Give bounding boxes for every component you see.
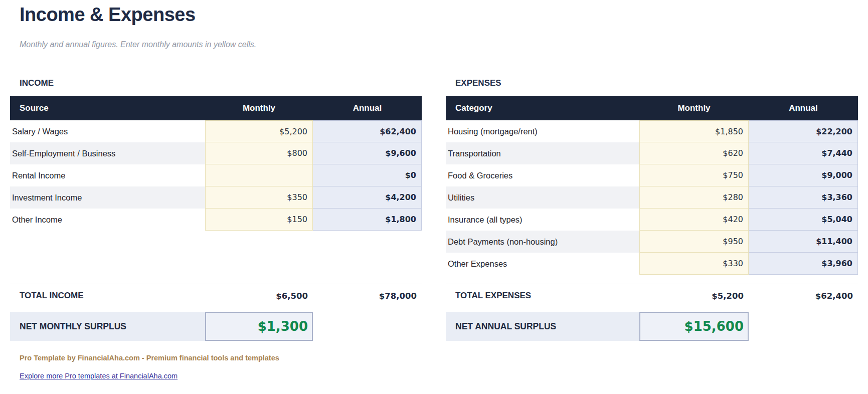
income-table-header: Source Monthly Annual [10,96,422,120]
monthly-amount-cell[interactable]: $800 [205,142,313,164]
monthly-amount-cell[interactable]: $5,200 [205,120,313,142]
expenses-table-body: Housing (mortgage/rent)$1,850$22,200Tran… [446,120,858,275]
row-label: Other Expenses [446,253,639,275]
row-label: Self-Employment / Business [10,142,205,164]
income-total-annual: $78,000 [313,291,422,301]
monthly-amount-cell[interactable]: $330 [639,253,749,275]
income-table-body: Salary / Wages$5,200$62,400Self-Employme… [10,120,422,231]
table-row: Food & Groceries$750$9,000 [446,164,858,186]
net-annual-surplus-value: $15,600 [639,312,749,341]
expenses-section-label: EXPENSES [446,78,858,88]
monthly-amount-cell[interactable]: $350 [205,186,313,209]
annual-amount-cell: $0 [313,164,422,186]
annual-amount-cell: $3,360 [749,186,858,209]
expenses-total-monthly: $5,200 [639,291,749,301]
expenses-total-label: TOTAL EXPENSES [446,291,639,301]
net-annual-surplus-label: NET ANNUAL SURPLUS [446,312,639,341]
table-row: Self-Employment / Business$800$9,600 [10,142,422,164]
expenses-header-category: Category [446,103,639,113]
annual-amount-cell: $11,400 [749,231,858,253]
income-header-annual: Annual [313,103,422,113]
monthly-amount-cell[interactable]: $150 [205,209,313,231]
expenses-spacer [446,275,858,284]
monthly-amount-cell[interactable]: $620 [639,142,749,164]
expenses-table-header: Category Monthly Annual [446,96,858,120]
row-label: Food & Groceries [446,164,639,186]
row-label: Salary / Wages [10,120,205,142]
monthly-amount-cell[interactable]: $1,850 [639,120,749,142]
row-label: Investment Income [10,186,205,209]
annual-amount-cell: $22,200 [749,120,858,142]
row-label: Other Income [10,209,205,231]
net-monthly-surplus-value: $1,300 [205,312,313,341]
monthly-amount-cell[interactable]: $750 [639,164,749,186]
monthly-amount-cell[interactable]: $280 [639,186,749,209]
table-row: Investment Income$350$4,200 [10,186,422,209]
financialaha-link[interactable]: Explore more Pro templates at FinancialA… [20,372,178,380]
row-label: Insurance (all types) [446,209,639,231]
income-total-label: TOTAL INCOME [10,291,205,301]
table-row: Rental Income$0 [10,164,422,186]
row-label: Housing (mortgage/rent) [446,120,639,142]
income-total-monthly: $6,500 [205,291,313,301]
annual-amount-cell: $3,960 [749,253,858,275]
page-subtitle: Monthly and annual figures. Enter monthl… [20,40,256,49]
expenses-total-annual: $62,400 [749,291,858,301]
table-row: Salary / Wages$5,200$62,400 [10,120,422,142]
income-spacer [10,231,422,284]
income-header-monthly: Monthly [205,103,313,113]
table-row: Housing (mortgage/rent)$1,850$22,200 [446,120,858,142]
row-label: Utilities [446,186,639,209]
branding-text: Pro Template by FinancialAha.com - Premi… [20,354,279,362]
table-row: Transportation$620$7,440 [446,142,858,164]
table-row: Insurance (all types)$420$5,040 [446,209,858,231]
expenses-header-annual: Annual [749,103,858,113]
table-row: Debt Payments (non-housing)$950$11,400 [446,231,858,253]
annual-amount-cell: $1,800 [313,209,422,231]
annual-amount-cell: $9,600 [313,142,422,164]
annual-amount-cell: $62,400 [313,120,422,142]
monthly-amount-cell[interactable] [205,164,313,186]
income-section: INCOME Source Monthly Annual Salary / Wa… [10,78,422,341]
row-label: Transportation [446,142,639,164]
content-columns: INCOME Source Monthly Annual Salary / Wa… [10,78,858,341]
income-header-source: Source [10,103,205,113]
monthly-amount-cell[interactable]: $950 [639,231,749,253]
expenses-header-monthly: Monthly [639,103,749,113]
expenses-section: EXPENSES Category Monthly Annual Housing… [446,78,858,341]
table-row: Other Expenses$330$3,960 [446,253,858,275]
table-row: Other Income$150$1,800 [10,209,422,231]
table-row: Utilities$280$3,360 [446,186,858,209]
monthly-amount-cell[interactable]: $420 [639,209,749,231]
annual-amount-cell: $5,040 [749,209,858,231]
net-monthly-surplus-row: NET MONTHLY SURPLUS $1,300 [10,312,422,341]
expenses-total-row: TOTAL EXPENSES $5,200 $62,400 [446,284,858,308]
net-monthly-surplus-label: NET MONTHLY SURPLUS [10,312,205,341]
income-section-label: INCOME [10,78,422,88]
row-label: Debt Payments (non-housing) [446,231,639,253]
net-annual-surplus-row: NET ANNUAL SURPLUS $15,600 [446,312,858,341]
annual-amount-cell: $7,440 [749,142,858,164]
annual-amount-cell: $4,200 [313,186,422,209]
annual-amount-cell: $9,000 [749,164,858,186]
row-label: Rental Income [10,164,205,186]
income-total-row: TOTAL INCOME $6,500 $78,000 [10,284,422,308]
page-title: Income & Expenses [20,4,196,26]
